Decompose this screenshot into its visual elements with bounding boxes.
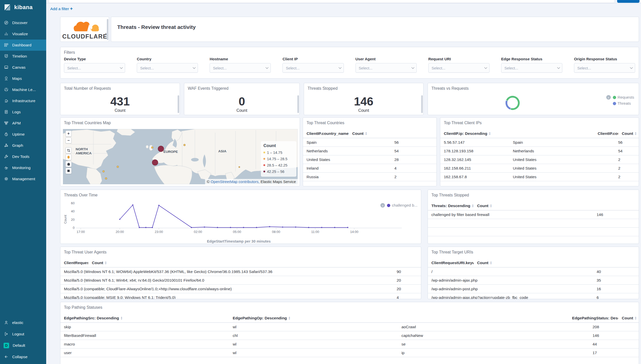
- column-header[interactable]: Count ▲▼: [474, 259, 494, 267]
- sidebar-item[interactable]: Timelion: [0, 51, 46, 62]
- filter-select[interactable]: Select...: [428, 63, 490, 73]
- column-header[interactable]: ClientRequestUserAgent.keyword: Descendi…: [60, 259, 88, 267]
- column-header[interactable]: ClientIP.ip: Descending ▲▼: [440, 129, 594, 138]
- country-cell: United States: [509, 173, 615, 181]
- column-header[interactable]: Count ▲▼: [474, 202, 494, 210]
- country-cell: United States: [303, 156, 391, 163]
- sidebar-item[interactable]: Management: [0, 173, 46, 185]
- column-header[interactable]: EdgePathingSrc: Descending ▲▼: [60, 314, 229, 322]
- scrollbar[interactable]: [297, 95, 299, 113]
- sidebar-footer-item[interactable]: D Default: [0, 340, 46, 351]
- table-row: Spain 56: [303, 138, 436, 147]
- sidebar-item[interactable]: Dashboard: [0, 40, 46, 51]
- sidebar-item[interactable]: Maps: [0, 73, 46, 84]
- sidebar-item[interactable]: Infrastructure: [0, 95, 46, 106]
- sidebar-item[interactable]: Logs: [0, 106, 46, 118]
- sidebar-item[interactable]: Dev Tools: [0, 151, 46, 162]
- scrollbar[interactable]: [421, 95, 423, 113]
- filter-group: Client IP Select...: [282, 57, 344, 73]
- sidebar-item-label: Infrastructure: [12, 99, 35, 103]
- column-header[interactable]: Threats: Descending ▲▼: [428, 202, 474, 210]
- rect-tool-button[interactable]: [65, 168, 72, 174]
- filter-label: User Agent: [356, 57, 417, 61]
- panel-title: Total Number of Requests: [64, 86, 111, 91]
- sidebar-item[interactable]: Machine Le...: [0, 84, 46, 95]
- filter-select[interactable]: Select...: [137, 63, 198, 73]
- sidebar-item-icon: [4, 65, 9, 70]
- kibana-logo[interactable]: kibana: [0, 0, 46, 14]
- sidebar-footer-item[interactable]: Collapse: [0, 351, 46, 362]
- column-header[interactable]: EdgePathingStatus: Descending ▲▼: [568, 314, 618, 322]
- panel-title: Top Threat Client IPs: [444, 121, 482, 125]
- count-cell: 44: [589, 340, 639, 348]
- zoom-in-button[interactable]: +: [65, 131, 72, 137]
- filter-select[interactable]: Select...: [501, 63, 562, 73]
- legend-range-label: 1 – 14.75: [267, 151, 282, 155]
- world-map[interactable]: NORTH AMERICA EUROPE ASIA: [63, 129, 298, 184]
- sidebar-item[interactable]: Visualize: [0, 28, 46, 40]
- column-header[interactable]: EdgePathingOp: Descending ▲▼: [229, 314, 568, 322]
- table-row: [428, 219, 639, 228]
- user-agent-cell: Mozilla/5.0 (compatible; CloudFlare-Alwa…: [60, 285, 393, 293]
- filter-label: Device Type: [64, 57, 125, 61]
- sort-icon: ▲▼: [635, 132, 637, 135]
- sidebar-footer-item[interactable]: Logout: [0, 328, 46, 340]
- legend-item[interactable]: Threats: [613, 101, 634, 106]
- filter-select[interactable]: Select...: [282, 63, 344, 73]
- column-header[interactable]: ClientRequestURI.keyword: Descending ▲▼: [428, 259, 474, 267]
- table-row: filterBasedFirewall chl captchaNew 146: [60, 331, 639, 340]
- sidebar-item[interactable]: APM: [0, 118, 46, 129]
- map-bubble: [151, 147, 153, 149]
- sidebar-item[interactable]: Graph: [0, 140, 46, 151]
- column-header[interactable]: Count ▲▼: [618, 129, 639, 138]
- legend-toggle-icon[interactable]: ›: [380, 203, 385, 208]
- filter-select[interactable]: Select...: [64, 63, 125, 73]
- legend-range-label: 42.25 – 56: [267, 170, 284, 174]
- crop-tool-button[interactable]: [65, 147, 72, 153]
- country-cell: Netherlands: [303, 147, 391, 155]
- sidebar-item-label: Dev Tools: [12, 154, 29, 159]
- column-header[interactable]: Count ▲▼: [88, 259, 109, 267]
- add-filter-link[interactable]: Add a filter+: [50, 6, 73, 11]
- scrollbar[interactable]: [107, 19, 108, 40]
- country-cell: Netherlands: [509, 147, 615, 155]
- line-chart[interactable]: 17:0020:0023:0002:0005:0008:0011:0014:00…: [60, 199, 416, 244]
- donut-chart[interactable]: [505, 96, 520, 110]
- filter-select[interactable]: Select...: [356, 63, 417, 73]
- pathing-status-cell: aoCrawl: [398, 323, 589, 331]
- column-header[interactable]: ClientIP.country_name: Descending ▲▼: [594, 129, 618, 138]
- filter-group: Hostname Select...: [210, 57, 271, 73]
- column-header[interactable]: Count ▲▼: [349, 129, 369, 138]
- sidebar-item[interactable]: Discover: [0, 17, 46, 28]
- metric-unit: Count: [60, 108, 180, 113]
- count-cell: 56: [615, 139, 639, 146]
- filter-select[interactable]: Select...: [210, 63, 271, 73]
- country-cell: United States: [509, 165, 615, 172]
- polygon-tool-button[interactable]: [65, 161, 72, 167]
- kibana-logo-text: kibana: [14, 4, 33, 11]
- filters-row: Device Type Select... Country Select...: [64, 57, 635, 73]
- scrollbar[interactable]: [178, 95, 179, 113]
- zoom-out-button[interactable]: −: [65, 137, 72, 143]
- sidebar-footer-icon: [4, 332, 9, 336]
- query-input-stub[interactable]: [48, 0, 615, 3]
- threats-over-time-panel: Threats Over Time 17:0020:0023:0002:0005…: [60, 190, 421, 244]
- osm-link[interactable]: OpenStreetMap contributors,: [211, 179, 260, 184]
- update-button-stub[interactable]: [617, 0, 639, 3]
- sidebar-item[interactable]: Uptime: [0, 129, 46, 140]
- sidebar-item[interactable]: Monitoring: [0, 162, 46, 173]
- table-row: Mozilla/5.0 (Windows NT 6.1; Win64; x64;…: [60, 276, 421, 285]
- country-cell: Spain: [303, 139, 391, 146]
- legend-item[interactable]: challenged b...: [387, 203, 417, 208]
- legend-item[interactable]: Requests: [613, 95, 634, 100]
- select-placeholder: Select...: [213, 66, 227, 70]
- oval-tool-button[interactable]: [65, 154, 72, 160]
- sidebar-item[interactable]: Canvas: [0, 62, 46, 73]
- column-header[interactable]: ClientIP.country_name: Descending ▲▼: [303, 129, 349, 138]
- sidebar-footer-item[interactable]: elastic: [0, 317, 46, 328]
- svg-text:23:00: 23:00: [155, 230, 163, 234]
- legend-toggle-icon[interactable]: ›: [606, 95, 611, 100]
- svg-text:CLOUDFLARE: CLOUDFLARE: [62, 33, 107, 40]
- column-header[interactable]: Count ▲▼: [618, 314, 639, 322]
- filter-select[interactable]: Select...: [574, 63, 635, 73]
